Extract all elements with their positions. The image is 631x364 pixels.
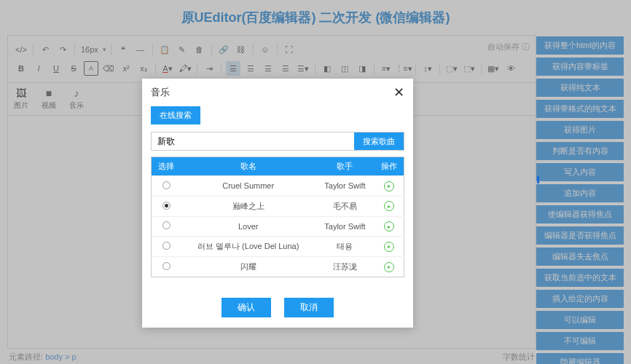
play-icon[interactable]: ▸ [384, 181, 394, 191]
table-row: LoverTaylor Swift▸ [152, 216, 404, 237]
dialog-title: 音乐 [151, 86, 170, 99]
singer-cell: 毛不易 [316, 196, 375, 216]
ok-button[interactable]: 确认 [222, 298, 271, 317]
song-cell: 闪耀 [181, 257, 316, 277]
search-button[interactable]: 搜索歌曲 [354, 132, 404, 150]
singer-cell: Taylor Swift [316, 176, 375, 197]
table-row: 러브 델루나 (Love Del Luna)태용▸ [152, 237, 404, 257]
radio-select[interactable] [162, 221, 171, 229]
play-icon[interactable]: ▸ [384, 242, 394, 252]
radio-select[interactable] [162, 202, 171, 210]
cancel-button[interactable]: 取消 [284, 298, 334, 317]
close-icon[interactable]: ✕ [393, 84, 404, 100]
search-input[interactable] [152, 132, 354, 150]
radio-select[interactable] [162, 242, 171, 250]
table-row: Cruel SummerTaylor Swift▸ [152, 176, 404, 197]
col-song: 歌名 [181, 157, 316, 176]
singer-cell: Taylor Swift [316, 216, 375, 237]
song-cell: 巅峰之上 [181, 196, 316, 216]
singer-cell: 汪苏泷 [316, 257, 375, 277]
col-op: 操作 [375, 157, 404, 176]
tab-online-search[interactable]: 在线搜索 [151, 106, 200, 124]
play-icon[interactable]: ▸ [384, 201, 394, 211]
radio-select[interactable] [162, 181, 171, 189]
scroll-indicator[interactable] [537, 176, 539, 183]
radio-select[interactable] [162, 262, 171, 270]
song-cell: Cruel Summer [181, 176, 316, 197]
results-table: 选择 歌名 歌手 操作 Cruel SummerTaylor Swift▸巅峰之… [151, 157, 404, 277]
song-cell: 러브 델루나 (Love Del Luna) [181, 237, 316, 257]
song-cell: Lover [181, 216, 316, 237]
singer-cell: 태용 [316, 237, 375, 257]
col-select: 选择 [152, 157, 181, 176]
music-dialog: 音乐 ✕ 在线搜索 搜索歌曲 选择 歌名 歌手 操作 Cruel SummerT… [142, 79, 413, 328]
play-icon[interactable]: ▸ [384, 221, 394, 232]
play-icon[interactable]: ▸ [384, 262, 394, 272]
table-row: 闪耀汪苏泷▸ [152, 257, 404, 277]
table-row: 巅峰之上毛不易▸ [152, 196, 404, 216]
col-singer: 歌手 [316, 157, 375, 176]
